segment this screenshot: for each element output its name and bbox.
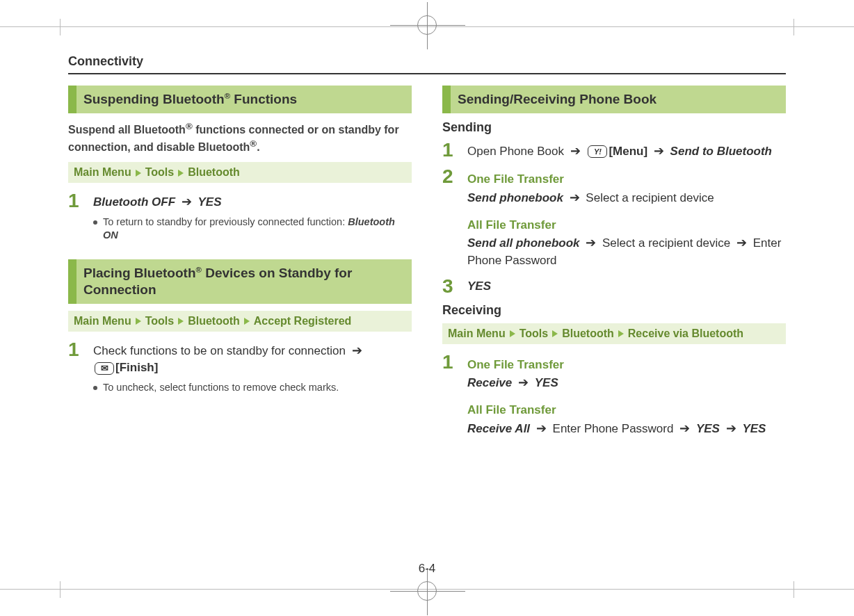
registered-symbol: ® [225, 92, 230, 100]
registered-symbol: ® [186, 121, 193, 131]
menu-path: Main MenuToolsBluetoothReceive via Bluet… [442, 323, 786, 344]
menu-item: Main Menu [74, 166, 131, 178]
title-text: Sending/Receiving Phone Book [458, 92, 656, 106]
action-label: YES [696, 422, 720, 435]
step-2: 2 One File Transfer Send phonebook ➔ Sel… [442, 167, 786, 269]
menu-separator-icon [244, 318, 250, 325]
step-body: Open Phone Book ➔ [Menu] ➔ Send to Bluet… [467, 140, 786, 161]
arrow-icon: ➔ [570, 142, 581, 160]
arrow-icon: ➔ [518, 373, 529, 391]
action-label: YES [742, 422, 766, 435]
arrow-icon: ➔ [736, 234, 747, 252]
menu-item: Main Menu [448, 327, 506, 339]
action-label: YES [467, 279, 491, 293]
note-text: To uncheck, select functions to remove c… [103, 382, 339, 393]
menu-separator-icon [178, 318, 184, 325]
menu-item: Accept Registered [254, 315, 352, 327]
step-text: Select a recipient device [602, 236, 730, 250]
option-heading: One File Transfer [467, 171, 786, 188]
option-heading: All File Transfer [467, 217, 786, 234]
action-label: Receive All [467, 422, 530, 435]
step-number: 1 [442, 352, 458, 438]
option-heading: All File Transfer [467, 402, 786, 419]
y-key-icon [588, 145, 607, 158]
two-column-layout: Suspending Bluetooth® Functions Suspend … [68, 86, 786, 444]
option-heading: One File Transfer [467, 357, 786, 374]
section-header-suspending: Suspending Bluetooth® Functions [68, 86, 412, 113]
step-text: Enter Phone Password [553, 422, 674, 435]
menu-separator-icon [618, 330, 624, 337]
arrow-icon: ➔ [570, 188, 580, 206]
action-label: Send all phonebook [467, 236, 580, 250]
section-header-standby: Placing Bluetooth® Devices on Standby fo… [68, 259, 412, 304]
step-number: 1 [68, 340, 83, 395]
menu-item: Tools [145, 315, 174, 327]
menu-item: Tools [519, 327, 548, 339]
mail-key-icon [95, 362, 114, 375]
action-label: Send phonebook [467, 191, 563, 204]
menu-separator-icon [552, 330, 558, 337]
action-label: YES [535, 376, 558, 389]
menu-path: Main MenuToolsBluetoothAccept Registered [68, 311, 412, 332]
action-label: Receive [467, 376, 512, 389]
menu-separator-icon [136, 170, 141, 177]
step-body: Bluetooth OFF ➔ YES To return to standby… [93, 191, 412, 243]
menu-item: Main Menu [74, 315, 131, 327]
menu-separator-icon [178, 170, 184, 177]
menu-item: Tools [145, 166, 174, 178]
arrow-icon: ➔ [586, 234, 596, 252]
right-column: Sending/Receiving Phone Book Sending 1 O… [442, 86, 786, 444]
menu-item: Bluetooth [188, 315, 240, 327]
step-text: Check functions to be on standby for con… [93, 344, 346, 357]
step-text: Open Phone Book [467, 145, 564, 158]
title-text: Functions [230, 92, 297, 106]
registered-symbol: ® [250, 138, 257, 149]
menu-path: Main MenuToolsBluetooth [68, 162, 412, 183]
menu-item: Bluetooth [188, 166, 240, 178]
step-body: YES [467, 277, 786, 296]
page-content: Connectivity Suspending Bluetooth® Funct… [68, 54, 786, 562]
step-number: 1 [442, 140, 458, 161]
action-label: Bluetooth OFF [93, 195, 175, 209]
key-label: [Finish] [115, 361, 158, 374]
left-column: Suspending Bluetooth® Functions Suspend … [68, 86, 412, 444]
registration-mark-bottom [417, 581, 437, 601]
step-text: Select a recipient device [586, 191, 714, 204]
step-number: 3 [442, 277, 458, 296]
page-number: 6-4 [419, 562, 436, 576]
registration-mark-top [417, 15, 437, 35]
arrow-icon: ➔ [726, 419, 736, 437]
menu-separator-icon [136, 318, 141, 325]
menu-separator-icon [510, 330, 515, 337]
action-label: YES [198, 195, 222, 209]
menu-item: Bluetooth [562, 327, 614, 339]
intro-text: Suspend all Bluetooth [68, 124, 186, 136]
note-bullet: To uncheck, select functions to remove c… [93, 381, 412, 395]
title-text: Suspending Bluetooth [83, 92, 225, 106]
section-header-phonebook: Sending/Receiving Phone Book [442, 86, 786, 113]
step-number: 1 [68, 191, 83, 243]
registered-symbol: ® [196, 266, 202, 274]
note-text: To return to standby for previously conn… [103, 216, 348, 227]
step-1: 1 Open Phone Book ➔ [Menu] ➔ Send to Blu… [442, 140, 786, 161]
sub-section-receiving: Receiving [442, 303, 786, 318]
step-3: 3 YES [442, 277, 786, 296]
arrow-icon: ➔ [182, 193, 192, 211]
arrow-icon: ➔ [352, 341, 362, 359]
arrow-icon: ➔ [654, 142, 664, 160]
arrow-icon: ➔ [536, 419, 547, 437]
arrow-icon: ➔ [679, 419, 690, 437]
step-number: 2 [442, 167, 458, 269]
action-label: Send to Bluetooth [670, 145, 772, 158]
step-1: 1 Check functions to be on standby for c… [68, 340, 412, 395]
section-intro: Suspend all Bluetooth® functions connect… [68, 120, 412, 155]
step-1: 1 One File Transfer Receive ➔ YES All Fi… [442, 352, 786, 438]
note-bullet: To return to standby for previously conn… [93, 216, 412, 243]
step-1: 1 Bluetooth OFF ➔ YES To return to stand… [68, 191, 412, 243]
step-body: Check functions to be on standby for con… [93, 340, 412, 395]
key-label: [Menu] [609, 145, 647, 158]
chapter-title: Connectivity [68, 54, 786, 74]
step-body: One File Transfer Receive ➔ YES All File… [467, 352, 786, 438]
step-body: One File Transfer Send phonebook ➔ Selec… [467, 167, 786, 269]
menu-item: Receive via Bluetooth [628, 327, 743, 339]
